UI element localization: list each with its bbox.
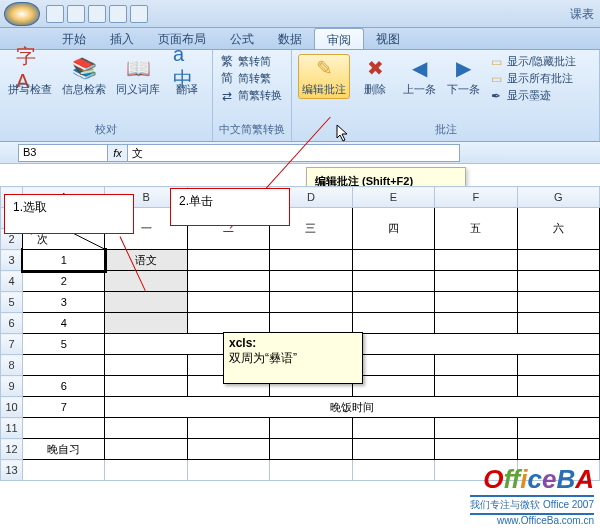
cell[interactable]: [187, 460, 269, 481]
cell[interactable]: [435, 355, 517, 376]
row-header[interactable]: 9: [1, 376, 23, 397]
cell[interactable]: [517, 439, 599, 460]
tab-formula[interactable]: 公式: [218, 28, 266, 49]
tab-view[interactable]: 视图: [364, 28, 412, 49]
cell[interactable]: [105, 271, 187, 292]
row-header[interactable]: 7: [1, 334, 23, 355]
cell[interactable]: [105, 439, 187, 460]
qat-dropdown-icon[interactable]: [130, 5, 148, 23]
thesaurus-button[interactable]: 📖同义词库: [114, 54, 162, 99]
cell[interactable]: [105, 355, 187, 376]
row-header[interactable]: 5: [1, 292, 23, 313]
cell[interactable]: [517, 250, 599, 271]
cell[interactable]: [352, 355, 434, 376]
cell[interactable]: [517, 292, 599, 313]
research-button[interactable]: 📚信息检索: [60, 54, 108, 99]
cell[interactable]: 四: [352, 208, 434, 250]
cell[interactable]: [435, 271, 517, 292]
row-header[interactable]: 13: [1, 460, 23, 481]
show-all-comments-button[interactable]: ▭显示所有批注: [488, 71, 576, 86]
cell[interactable]: [270, 460, 352, 481]
cell-selected[interactable]: 1: [23, 250, 105, 271]
convert-both-button[interactable]: ⇄简繁转换: [219, 88, 282, 103]
cell[interactable]: [352, 292, 434, 313]
qat-redo-icon[interactable]: [88, 5, 106, 23]
cell[interactable]: [435, 292, 517, 313]
cell[interactable]: [270, 271, 352, 292]
cell[interactable]: [352, 418, 434, 439]
cell[interactable]: [187, 439, 269, 460]
row-header[interactable]: 10: [1, 397, 23, 418]
cell[interactable]: [517, 376, 599, 397]
cell[interactable]: [23, 418, 105, 439]
cell[interactable]: 晚饭时间: [105, 397, 600, 418]
cell[interactable]: [435, 313, 517, 334]
cell[interactable]: [517, 271, 599, 292]
fx-button[interactable]: fx: [108, 144, 128, 162]
cell[interactable]: 6: [23, 376, 105, 397]
row-header[interactable]: 8: [1, 355, 23, 376]
tab-home[interactable]: 开始: [50, 28, 98, 49]
cell[interactable]: [435, 418, 517, 439]
cell[interactable]: [270, 313, 352, 334]
translate-button[interactable]: a中翻译: [168, 54, 206, 99]
cell[interactable]: [352, 271, 434, 292]
cell[interactable]: [352, 460, 434, 481]
cell[interactable]: [105, 460, 187, 481]
col-header-e[interactable]: E: [352, 187, 434, 208]
cell[interactable]: [270, 292, 352, 313]
cell[interactable]: 晚自习: [23, 439, 105, 460]
cell[interactable]: 六: [517, 208, 599, 250]
row-header[interactable]: 4: [1, 271, 23, 292]
qat-save-icon[interactable]: [46, 5, 64, 23]
row-header[interactable]: 12: [1, 439, 23, 460]
show-hide-comment-button[interactable]: ▭显示/隐藏批注: [488, 54, 576, 69]
cell[interactable]: [23, 355, 105, 376]
cell[interactable]: 2: [23, 271, 105, 292]
cell[interactable]: [187, 292, 269, 313]
cell[interactable]: [270, 439, 352, 460]
cell[interactable]: [352, 250, 434, 271]
cell[interactable]: [435, 250, 517, 271]
cell[interactable]: [105, 376, 187, 397]
prev-comment-button[interactable]: ◀上一条: [400, 54, 438, 99]
spelling-button[interactable]: 字A拼写检查: [6, 54, 54, 99]
cell[interactable]: [352, 376, 434, 397]
cell[interactable]: 语文: [105, 250, 187, 271]
delete-comment-button[interactable]: ✖删除: [356, 54, 394, 99]
row-header[interactable]: 11: [1, 418, 23, 439]
qat-print-icon[interactable]: [109, 5, 127, 23]
tab-review[interactable]: 审阅: [314, 28, 364, 49]
cell[interactable]: [105, 418, 187, 439]
cell[interactable]: [187, 418, 269, 439]
cell[interactable]: [270, 250, 352, 271]
cell[interactable]: [352, 313, 434, 334]
cell[interactable]: 3: [23, 292, 105, 313]
office-button[interactable]: [4, 2, 40, 26]
trad-to-simp-button[interactable]: 繁繁转简: [219, 54, 282, 69]
cell[interactable]: [435, 376, 517, 397]
cell[interactable]: [105, 292, 187, 313]
cell[interactable]: 7: [23, 397, 105, 418]
row-header[interactable]: 6: [1, 313, 23, 334]
simp-to-trad-button[interactable]: 简简转繁: [219, 71, 282, 86]
qat-undo-icon[interactable]: [67, 5, 85, 23]
cell[interactable]: 五: [435, 208, 517, 250]
col-header-g[interactable]: G: [517, 187, 599, 208]
cell[interactable]: [352, 439, 434, 460]
cell[interactable]: [517, 418, 599, 439]
name-box[interactable]: B3: [18, 144, 108, 162]
formula-bar[interactable]: 文: [128, 144, 460, 162]
cell[interactable]: [187, 250, 269, 271]
cell[interactable]: [187, 271, 269, 292]
tab-data[interactable]: 数据: [266, 28, 314, 49]
cell[interactable]: [105, 313, 187, 334]
cell[interactable]: [517, 355, 599, 376]
col-header-f[interactable]: F: [435, 187, 517, 208]
cell[interactable]: [270, 418, 352, 439]
cell[interactable]: [517, 313, 599, 334]
cell[interactable]: 5: [23, 334, 105, 355]
show-ink-button[interactable]: ✒显示墨迹: [488, 88, 576, 103]
cell-comment[interactable]: xcls: 双周为“彝语”: [223, 332, 363, 384]
next-comment-button[interactable]: ▶下一条: [444, 54, 482, 99]
